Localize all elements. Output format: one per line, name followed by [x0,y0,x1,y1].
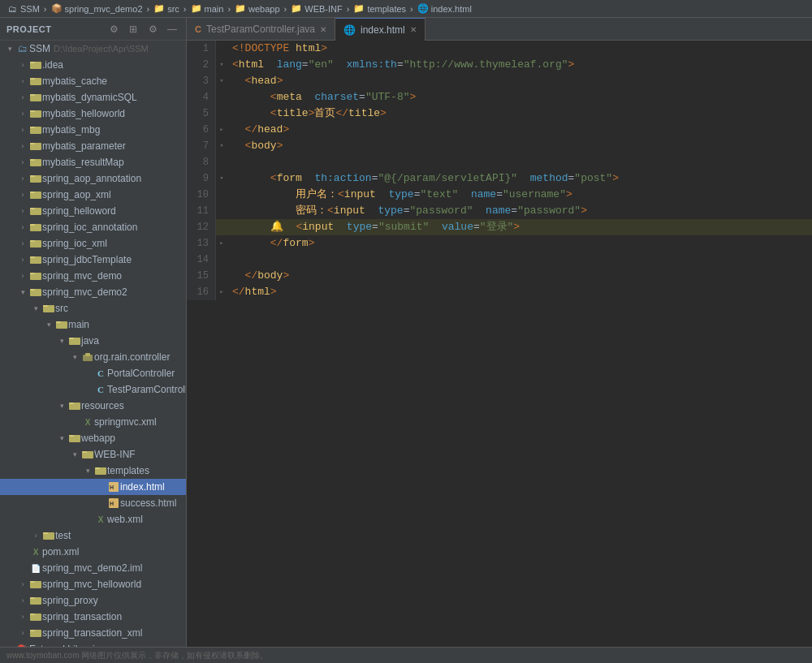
fold-indicator[interactable] [216,154,227,170]
tree-item-spring_jdbcTemplate[interactable]: ›spring_jdbcTemplate [0,252,186,268]
item-label: springmvc.xml [94,416,157,428]
tree-item-spring_ioc_annotation[interactable]: ›spring_ioc_annotation [0,219,186,235]
tree-item-src[interactable]: ▾src [0,300,186,316]
breadcrumb: 🗂 SSM › 📦 spring_mvc_demo2 › 📁 src › 📁 m… [0,0,812,18]
tree-item-springmvc_xml[interactable]: Xspringmvc.xml [0,414,186,430]
line-content: <meta charset="UTF-8"> [227,89,812,105]
package-icon [81,351,94,364]
tree-root-ssm[interactable]: ▾ 🗂 SSM D:\IdeaProject\Apr\SSM [0,41,186,57]
tree-item-spring_mvc_demo2_iml[interactable]: 📄spring_mvc_demo2.iml [0,560,186,576]
fold-indicator[interactable] [216,187,227,203]
tab-indexhtml[interactable]: 🌐 index.html ✕ [335,18,425,41]
folder-web-icon [68,432,81,445]
tree-item-spring_mvc_demo[interactable]: ›spring_mvc_demo [0,268,186,284]
svg-rect-19 [30,208,35,209]
folder-icon: 📁 [291,3,302,15]
toggle-icon: ▾ [55,434,68,442]
settings-icon[interactable]: ⚙ [106,22,121,37]
tree-item-mybatis_helloworld[interactable]: ›mybatis_helloworld [0,105,186,122]
breadcrumb-webapp[interactable]: 📁 webapp [235,3,280,15]
folder-icon [29,204,42,217]
tree-item-TestParamController[interactable]: CTestParamController [0,381,186,398]
tree-item-spring_proxy[interactable]: ›spring_proxy [0,592,186,609]
item-label: pom.xml [42,546,79,558]
tree-item-spring_ioc_xml[interactable]: ›spring_ioc_xml [0,235,186,252]
tree-item-web_xml[interactable]: Xweb.xml [0,511,186,527]
svg-rect-35 [69,338,74,339]
code-editor[interactable]: 1<!DOCTYPE html>2▾<html lang="en" xmlns:… [187,41,812,647]
tree-item-org_rain_controller[interactable]: ▾org.rain.controller [0,349,186,365]
tree-item-spring_mvc_helloworld[interactable]: ›spring_mvc_helloworld [0,576,186,592]
tree-item-external_libraries[interactable]: 📚External Libraries [0,641,186,647]
tree-item-mybatis_dynamicSQL[interactable]: ›mybatis_dynamicSQL [0,89,186,105]
tree-item-main[interactable]: ▾main [0,316,186,333]
controller-icon: C [94,367,107,380]
folder-icon [29,286,42,299]
tree-item-PortalController[interactable]: CPortalController [0,365,186,381]
tree-item-idea[interactable]: ›.idea [0,57,186,73]
breadcrumb-webinf[interactable]: 📁 WEB-INF [291,3,342,15]
fold-indicator[interactable]: ▾ [216,170,227,187]
fold-indicator[interactable]: ▾ [216,138,227,154]
fold-indicator[interactable] [216,252,227,268]
tree-item-mybatis_mbg[interactable]: ›mybatis_mbg [0,122,186,138]
tab-close-java[interactable]: ✕ [320,25,326,34]
line-content: <html lang="en" xmlns:th="http://www.thy… [227,57,812,73]
tree-item-WEB-INF[interactable]: ▾WEB-INF [0,446,186,463]
fold-indicator[interactable]: ▸ [216,122,227,138]
toggle-icon: › [16,239,29,248]
line-number: 10 [187,187,216,203]
tree-item-spring_aop_annotation[interactable]: ›spring_aop_annotation [0,170,186,187]
folder-icon [29,140,42,153]
folder-icon [29,91,42,104]
tree-item-test[interactable]: ›test [0,527,186,544]
item-label: mybatis_mbg [42,124,100,136]
fold-indicator[interactable] [216,41,227,57]
fold-indicator[interactable] [216,89,227,105]
item-label: mybatis_dynamicSQL [42,92,137,103]
item-label: org.rain.controller [94,351,170,363]
tree-item-java[interactable]: ▾java [0,333,186,349]
breadcrumb-main[interactable]: 📁 main [191,3,224,15]
fold-indicator[interactable]: ▸ [216,284,227,300]
minimize-icon[interactable]: — [165,22,179,37]
folder-icon [94,464,107,477]
breadcrumb-indexhtml[interactable]: 🌐 index.html [417,3,472,15]
tree-item-resources[interactable]: ▾resources [0,398,186,414]
fold-indicator[interactable] [216,105,227,122]
tree-item-webapp[interactable]: ▾webapp [0,430,186,446]
fold-indicator[interactable]: ▾ [216,57,227,73]
breadcrumb-templates[interactable]: 📁 templates [353,3,406,15]
fold-indicator[interactable]: ▸ [216,235,227,252]
gear2-icon[interactable]: ⚙ [145,22,160,37]
tab-close-html[interactable]: ✕ [410,25,417,34]
breadcrumb-src[interactable]: 📁 src [153,3,179,15]
toggle-icon: ▾ [55,402,68,410]
code-line: 4 <meta charset="UTF-8"> [187,89,812,105]
tree-item-index_html[interactable]: Hindex.html [0,479,186,495]
svg-rect-23 [30,240,35,242]
line-content: 🔔 <input type="submit" value="登录"> [227,219,812,235]
tab-testparamcontroller[interactable]: C TestParamController.java ✕ [187,18,335,41]
tree-item-spring_transaction_xml[interactable]: ›spring_transaction_xml [0,625,186,641]
item-label: spring_mvc_demo2 [42,286,127,298]
tree-item-pom_xml[interactable]: Xpom.xml [0,544,186,560]
tree-item-spring_helloword[interactable]: ›spring_helloword [0,203,186,219]
layout-icon[interactable]: ⊞ [126,22,140,37]
fold-indicator[interactable]: ▾ [216,73,227,89]
tree-item-mybatis_parameter[interactable]: ›mybatis_parameter [0,138,186,154]
fold-indicator[interactable] [216,219,227,235]
tree-item-spring_mvc_demo2[interactable]: ▾spring_mvc_demo2 [0,284,186,300]
breadcrumb-module[interactable]: 📦 spring_mvc_demo2 [51,3,143,15]
html-icon: 🌐 [417,3,429,15]
toggle-icon: ▾ [81,467,94,475]
tree-item-mybatis_cache[interactable]: ›mybatis_cache [0,73,186,89]
fold-indicator[interactable] [216,268,227,284]
tree-item-spring_transaction[interactable]: ›spring_transaction [0,609,186,625]
breadcrumb-ssm[interactable]: 🗂 SSM [6,3,40,15]
tree-item-success_html[interactable]: Hsuccess.html [0,495,186,511]
tree-item-templates[interactable]: ▾templates [0,463,186,479]
tree-item-spring_aop_xml[interactable]: ›spring_aop_xml [0,187,186,203]
fold-indicator[interactable] [216,203,227,219]
tree-item-mybatis_resultMap[interactable]: ›mybatis_resultMap [0,154,186,170]
